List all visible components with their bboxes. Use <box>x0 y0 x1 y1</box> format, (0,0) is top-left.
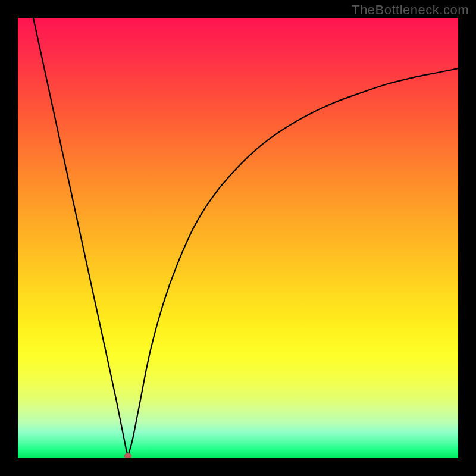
watermark-text: TheBottleneck.com <box>352 2 469 18</box>
left-branch-curve <box>33 18 128 456</box>
plot-area <box>18 18 458 458</box>
chart-svg <box>18 18 458 458</box>
right-branch-curve <box>128 68 458 456</box>
chart-frame: TheBottleneck.com <box>0 0 476 476</box>
marker-dot <box>124 453 131 458</box>
